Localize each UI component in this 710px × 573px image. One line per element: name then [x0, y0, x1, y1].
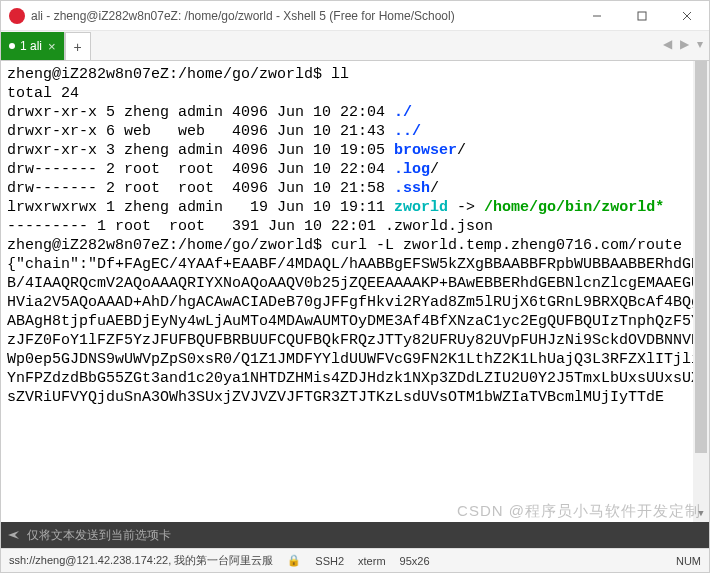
slash: /: [430, 161, 439, 178]
status-connection: ssh://zheng@121.42.238.174:22, 我的第一台阿里云服: [9, 553, 273, 568]
status-num: NUM: [676, 555, 701, 567]
slash: /: [430, 180, 439, 197]
dir-name: ../: [394, 123, 421, 140]
terminal[interactable]: zheng@iZ282w8n07eZ:/home/go/zworld$ ll t…: [1, 61, 709, 522]
symlink-target: /home/go/bin/zworld: [484, 199, 655, 216]
tab-menu-icon[interactable]: ▾: [697, 37, 703, 51]
tab-label: 1 ali: [20, 39, 42, 53]
tab-next-icon[interactable]: ▶: [680, 37, 689, 51]
dir-name: .log: [394, 161, 430, 178]
dir-name: .ssh: [394, 180, 430, 197]
output-line: total 24: [7, 85, 79, 102]
slash: /: [457, 142, 466, 159]
send-placeholder: 仅将文本发送到当前选项卡: [27, 527, 171, 544]
dir-name: ./: [394, 104, 412, 121]
status-ssh: SSH2: [315, 555, 344, 567]
send-bar[interactable]: 仅将文本发送到当前选项卡: [1, 522, 709, 548]
tab-prev-icon[interactable]: ◀: [663, 37, 672, 51]
tab-session-1[interactable]: 1 ali ×: [1, 32, 65, 60]
status-dot-icon: [9, 43, 15, 49]
command: ll: [331, 66, 349, 83]
tabbar: 1 ali × + ◀ ▶ ▾: [1, 31, 709, 61]
watermark: CSDN @程序员小马软件开发定制: [457, 501, 701, 520]
ls-row: drw------- 2 root root 4096 Jun 10 22:04: [7, 161, 394, 178]
window-buttons: [574, 1, 709, 31]
minimize-button[interactable]: [574, 1, 619, 31]
ls-row: drw------- 2 root root 4096 Jun 10 21:58: [7, 180, 394, 197]
maximize-button[interactable]: [619, 1, 664, 31]
scrollbar[interactable]: ▲ ▼: [693, 61, 709, 522]
symlink-name: zworld: [394, 199, 448, 216]
ls-row: lrwxrwxrwx 1 zheng admin 19 Jun 10 19:11: [7, 199, 394, 216]
scrollbar-thumb[interactable]: [695, 61, 707, 453]
tab-nav: ◀ ▶ ▾: [663, 37, 703, 51]
close-button[interactable]: [664, 1, 709, 31]
ls-row: --------- 1 root root 391 Jun 10 22:01 .…: [7, 218, 493, 235]
send-icon: [7, 529, 21, 541]
arrow: ->: [448, 199, 484, 216]
prompt: zheng@iZ282w8n07eZ:/home/go/zworld$: [7, 237, 331, 254]
command: curl -L zworld.temp.zheng0716.com/route: [331, 237, 682, 254]
status-ssh-icon: 🔒: [287, 554, 301, 567]
close-tab-icon[interactable]: ×: [48, 39, 56, 54]
ls-row: drwxr-xr-x 6 web web 4096 Jun 10 21:43: [7, 123, 394, 140]
ls-row: drwxr-xr-x 5 zheng admin 4096 Jun 10 22:…: [7, 104, 394, 121]
status-term: xterm: [358, 555, 386, 567]
dir-name: browser: [394, 142, 457, 159]
status-size: 95x26: [400, 555, 430, 567]
statusbar: ssh://zheng@121.42.238.174:22, 我的第一台阿里云服…: [1, 548, 709, 572]
window-title: ali - zheng@iZ282w8n07eZ: /home/go/zworl…: [31, 9, 574, 23]
add-tab-button[interactable]: +: [65, 32, 91, 60]
prompt: zheng@iZ282w8n07eZ:/home/go/zworld$: [7, 66, 331, 83]
svg-rect-0: [638, 12, 646, 20]
star: *: [655, 199, 664, 216]
scroll-down-icon[interactable]: ▼: [693, 506, 709, 522]
ls-row: drwxr-xr-x 3 zheng admin 4096 Jun 10 19:…: [7, 142, 394, 159]
app-icon: [9, 8, 25, 24]
curl-output: {"chain":"Df+FAgEC/4YAAf+EAABF/4MDAQL/hA…: [7, 256, 700, 406]
titlebar: ali - zheng@iZ282w8n07eZ: /home/go/zworl…: [1, 1, 709, 31]
